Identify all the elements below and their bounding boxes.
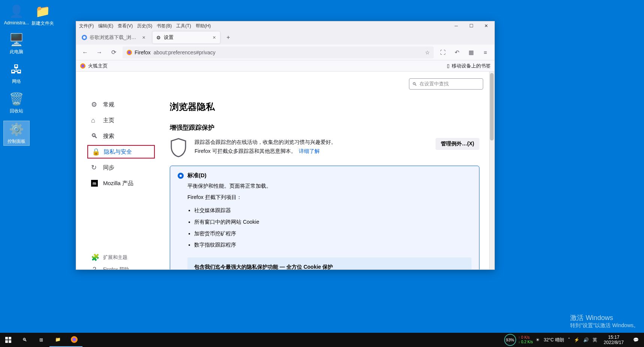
- start-button[interactable]: [0, 333, 16, 347]
- sidebar-item-mozilla[interactable]: mMozilla 产品: [87, 176, 155, 190]
- minimize-button[interactable]: ─: [451, 22, 461, 30]
- tab-chrome-download[interactable]: 谷歌浏览器下载_浏览器官网入口 ✕: [78, 31, 150, 43]
- activation-watermark: 激活 Windows 转到"设置"以激活 Windows。: [570, 313, 639, 329]
- forward-button[interactable]: →: [94, 47, 105, 58]
- user-icon: 👤: [9, 4, 24, 19]
- svg-rect-11: [9, 340, 11, 343]
- taskbar: 🔍︎ ⊞ 📁 93% ↑ 0 K/s ↓ 0.2 K/s ☀ 32°C 晴朗 ˄…: [0, 333, 644, 347]
- search-settings-input[interactable]: 🔍︎ 在设置中查找: [409, 78, 483, 90]
- home-icon: ⌂: [91, 117, 99, 124]
- standard-desc: 平衡保护和性能。页面将正常加载。: [187, 183, 472, 190]
- url-text: about:preferences#privacy: [154, 49, 216, 55]
- menu-file[interactable]: 文件(F): [79, 23, 94, 29]
- bookmarks-bar: 火狐主页 ▯ 移动设备上的书签: [76, 60, 494, 72]
- desktop-icon-recycle[interactable]: 🗑️回收站: [4, 91, 29, 114]
- taskbar-explorer[interactable]: 📁: [49, 333, 66, 347]
- network-monitor[interactable]: 93% ↑ 0 K/s ↓ 0.2 K/s: [504, 334, 533, 346]
- svg-point-1: [83, 36, 86, 39]
- network-icon: 🖧: [9, 62, 24, 77]
- close-icon[interactable]: ✕: [141, 34, 147, 40]
- svg-rect-9: [9, 337, 11, 340]
- svg-text:m: m: [93, 181, 96, 185]
- network-icon[interactable]: ⚡: [574, 337, 580, 343]
- learn-more-link[interactable]: 详细了解: [299, 148, 320, 154]
- menu-help[interactable]: 帮助(H): [196, 23, 211, 29]
- sidebar-item-privacy[interactable]: 🔒隐私与安全: [87, 145, 155, 159]
- close-button[interactable]: ✕: [481, 22, 491, 30]
- sidebar-item-general[interactable]: ⚙常规: [87, 98, 155, 111]
- desktop-icon-newfolder[interactable]: 📁新建文件夹: [30, 4, 55, 27]
- menu-tools[interactable]: 工具(T): [176, 23, 191, 29]
- desktop-icon-network[interactable]: 🖧网络: [4, 62, 29, 85]
- tab-settings[interactable]: ⚙ 设置 ✕: [153, 31, 220, 43]
- recycle-icon: 🗑️: [9, 91, 24, 106]
- grid-icon[interactable]: ▦: [466, 47, 476, 58]
- shield-icon: [170, 138, 187, 157]
- taskview-button[interactable]: ⊞: [33, 333, 49, 347]
- firefox-window: 文件(F) 编辑(E) 查看(V) 历史(S) 书签(B) 工具(T) 帮助(H…: [76, 21, 495, 270]
- notifications-button[interactable]: 💬: [628, 333, 644, 347]
- menu-view[interactable]: 查看(V): [118, 23, 133, 29]
- manage-exceptions-button[interactable]: 管理例外…(X): [436, 138, 479, 150]
- search-icon: 🔍︎: [91, 132, 99, 140]
- firefox-icon: [80, 63, 86, 69]
- puzzle-icon: 🧩: [91, 253, 99, 262]
- folder-icon: 📁: [35, 4, 50, 19]
- taskbar-clock[interactable]: 15:17 2022/8/17: [600, 335, 628, 346]
- intro-line2: Firefox 可拦截众多跟踪器和其他恶意脚本。: [195, 148, 296, 154]
- tracking-standard-option[interactable]: 标准(D) 平衡保护和性能。页面将正常加载。 Firefox 拦截下列项目： 社…: [170, 166, 479, 269]
- bookmark-firefox-home[interactable]: 火狐主页: [80, 63, 108, 69]
- bookmark-star-icon[interactable]: ☆: [425, 49, 430, 55]
- maximize-button[interactable]: ☐: [466, 22, 476, 30]
- desktop-icon-thispc[interactable]: 🖥️此电脑: [4, 32, 29, 55]
- cookie-protection-card: 包含我们迄今最强大的隐私保护功能 — 全方位 Cookie 保护 "全方位 Co…: [187, 257, 472, 269]
- url-bar[interactable]: Firefox about:preferences#privacy ☆: [123, 46, 434, 58]
- svg-rect-8: [5, 337, 8, 340]
- sidebar-item-help[interactable]: ？Firefox 帮助: [87, 264, 155, 269]
- list-item: 社交媒体跟踪器: [194, 205, 472, 216]
- sync-icon: ↻: [91, 163, 99, 172]
- sidebar-item-sync[interactable]: ↻同步: [87, 161, 155, 174]
- search-button[interactable]: 🔍︎: [16, 333, 33, 347]
- close-icon[interactable]: ✕: [211, 34, 217, 40]
- tracking-intro: 跟踪器会跟踪您的在线活动，收集您的浏览习惯与兴趣爱好。 Firefox 可拦截众…: [170, 138, 479, 157]
- pc-icon: 🖥️: [9, 32, 24, 47]
- reload-button[interactable]: ⟳: [108, 47, 119, 58]
- preferences-main: 🔍︎ 在设置中查找 浏览器隐私 增强型跟踪保护 跟踪器会跟踪您的在线活动，收集您…: [155, 72, 494, 269]
- new-tab-button[interactable]: +: [223, 32, 234, 43]
- menu-bookmarks[interactable]: 书签(B): [157, 23, 172, 29]
- screenshot-icon[interactable]: ⛶: [437, 47, 448, 58]
- preferences-sidebar: ⚙常规 ⌂主页 🔍︎搜索 🔒隐私与安全 ↻同步 mMozilla 产品 🧩扩展和…: [76, 72, 155, 269]
- list-item: 所有窗口中的跨网站 Cookie: [194, 216, 472, 228]
- desktop-icon-controlpanel[interactable]: ⚙️控制面板: [4, 121, 29, 145]
- hamburger-menu-icon[interactable]: ≡: [480, 47, 491, 58]
- taskbar-firefox[interactable]: [66, 333, 82, 347]
- svg-point-3: [128, 51, 131, 54]
- scrollbar[interactable]: [489, 72, 494, 269]
- back-button[interactable]: ←: [80, 47, 90, 58]
- volume-icon[interactable]: 🔊: [583, 337, 589, 343]
- undo-icon[interactable]: ↶: [452, 47, 462, 58]
- section-title: 增强型跟踪保护: [170, 123, 479, 132]
- blocks-list: 社交媒体跟踪器 所有窗口中的跨网站 Cookie 加密货币挖矿程序 数字指纹跟踪…: [194, 205, 472, 251]
- search-icon: 🔍︎: [412, 81, 417, 87]
- bookmark-mobile[interactable]: ▯ 移动设备上的书签: [447, 63, 491, 69]
- system-tray: ☀ 32°C 晴朗 ˄ ⚡ 🔊 英: [533, 337, 600, 343]
- radio-standard[interactable]: [178, 173, 184, 179]
- mozilla-icon: m: [91, 180, 99, 187]
- preferences-content: ⚙常规 ⌂主页 🔍︎搜索 🔒隐私与安全 ↻同步 mMozilla 产品 🧩扩展和…: [76, 72, 494, 269]
- desktop-icon-admin[interactable]: 👤Administra...: [4, 4, 29, 25]
- menu-edit[interactable]: 编辑(E): [98, 23, 113, 29]
- blocks-label: Firefox 拦截下列项目：: [187, 194, 472, 201]
- ime-indicator[interactable]: 英: [593, 337, 597, 343]
- scrollbar-thumb[interactable]: [490, 73, 494, 141]
- menu-history[interactable]: 历史(S): [137, 23, 152, 29]
- sidebar-item-home[interactable]: ⌂主页: [87, 114, 155, 127]
- tray-chevron-up-icon[interactable]: ˄: [568, 337, 570, 343]
- weather-widget[interactable]: 32°C 晴朗: [544, 337, 564, 343]
- svg-rect-10: [5, 340, 8, 343]
- gear-icon: ⚙: [156, 34, 162, 40]
- menubar: 文件(F) 编辑(E) 查看(V) 历史(S) 书签(B) 工具(T) 帮助(H…: [76, 21, 494, 30]
- sidebar-item-search[interactable]: 🔍︎搜索: [87, 129, 155, 143]
- sidebar-item-extensions[interactable]: 🧩扩展和主题: [87, 252, 155, 263]
